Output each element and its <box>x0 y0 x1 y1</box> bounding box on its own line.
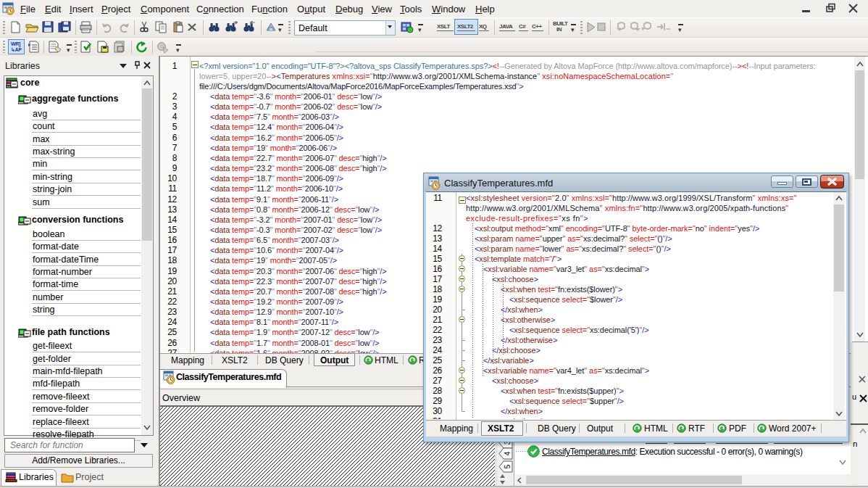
svg-text:4: 4 <box>504 451 512 455</box>
svg-text:5: 5 <box>504 464 512 468</box>
